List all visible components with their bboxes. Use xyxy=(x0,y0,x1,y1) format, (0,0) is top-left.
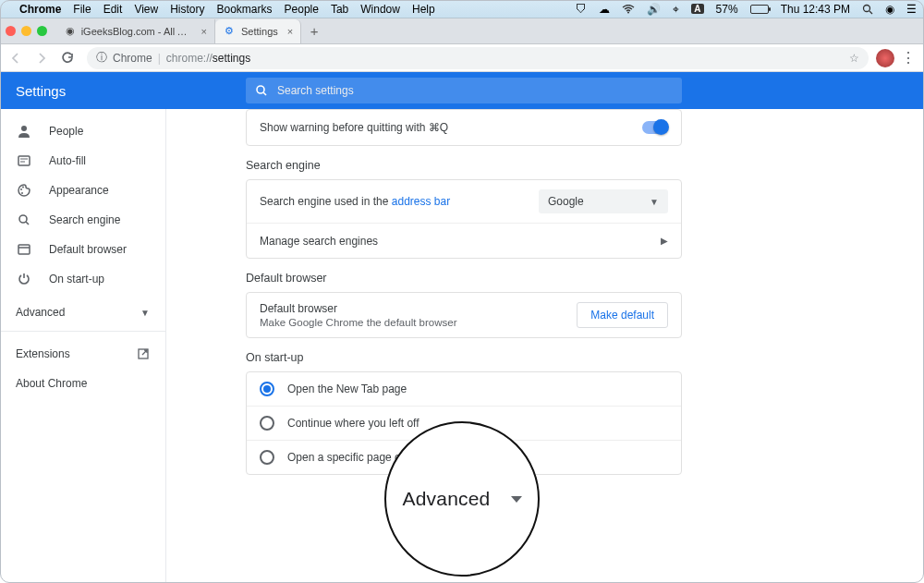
startup-option-newtab[interactable]: Open the New Tab page xyxy=(247,372,681,406)
bookmark-star-icon[interactable]: ☆ xyxy=(849,52,859,65)
clock[interactable]: Thu 12:43 PM xyxy=(781,3,850,16)
startup-option-label: Continue where you left off xyxy=(287,417,419,430)
sidebar-label: People xyxy=(49,125,83,138)
svg-point-5 xyxy=(21,126,27,131)
svg-point-12 xyxy=(19,215,27,223)
search-placeholder: Search settings xyxy=(277,84,354,97)
omnibox-host: Chrome xyxy=(113,52,152,65)
close-tab-icon[interactable]: × xyxy=(287,26,293,37)
sidebar-extensions[interactable]: Extensions xyxy=(0,339,165,369)
menu-people[interactable]: People xyxy=(285,3,319,16)
sidebar-about-chrome[interactable]: About Chrome xyxy=(0,369,165,398)
notification-center-icon[interactable]: ☰ xyxy=(906,3,917,16)
tab-title: Settings xyxy=(241,26,278,37)
manage-search-engines-label: Manage search engines xyxy=(260,235,378,248)
tab-strip: ◉ iGeeksBlog.com - All About iPho × ⚙ Se… xyxy=(0,18,924,44)
sidebar-item-on-startup[interactable]: On start-up xyxy=(0,264,165,294)
default-browser-subtext: Make Google Chrome the default browser xyxy=(260,317,457,328)
omnibox[interactable]: ⓘ Chrome | chrome://settings ☆ xyxy=(87,47,869,69)
forward-button[interactable] xyxy=(30,46,54,70)
input-source-icon[interactable]: A xyxy=(691,4,703,14)
chrome-menu-button[interactable]: ⋮ xyxy=(896,46,920,70)
sidebar-item-appearance[interactable]: Appearance xyxy=(0,176,165,205)
menu-tab[interactable]: Tab xyxy=(331,3,348,16)
site-info-icon[interactable]: ⓘ xyxy=(96,50,107,66)
omnibox-url-path: settings xyxy=(213,52,250,65)
siri-icon[interactable]: ◉ xyxy=(885,3,894,16)
warn-quit-card: Show warning before quitting with ⌘Q xyxy=(246,109,682,146)
svg-line-13 xyxy=(26,222,29,225)
sidebar-extensions-label: Extensions xyxy=(16,347,70,360)
svg-point-9 xyxy=(20,188,22,190)
tab-settings[interactable]: ⚙ Settings × xyxy=(215,19,301,43)
power-icon xyxy=(16,272,32,286)
search-icon xyxy=(16,213,32,227)
zoom-window-button[interactable] xyxy=(37,26,47,36)
svg-point-10 xyxy=(22,187,24,188)
make-default-button[interactable]: Make default xyxy=(577,302,668,328)
menu-app[interactable]: Chrome xyxy=(19,3,61,16)
sidebar-label: On start-up xyxy=(49,273,104,285)
menu-bookmarks[interactable]: Bookmarks xyxy=(217,3,273,16)
radio-icon xyxy=(260,450,274,465)
svg-point-11 xyxy=(21,192,23,194)
svg-point-0 xyxy=(627,11,629,13)
tab-title: iGeeksBlog.com - All About iPho xyxy=(81,26,192,37)
favicon-icon: ◉ xyxy=(66,25,76,38)
autofill-icon xyxy=(16,153,32,168)
warn-quit-toggle[interactable] xyxy=(642,121,668,134)
menu-help[interactable]: Help xyxy=(412,3,435,16)
menu-view[interactable]: View xyxy=(134,3,158,16)
sidebar-item-default-browser[interactable]: Default browser xyxy=(0,235,165,264)
profile-avatar[interactable] xyxy=(876,49,894,67)
settings-main: Show warning before quitting with ⌘Q Sea… xyxy=(166,109,924,583)
search-engine-select[interactable]: Google ▼ xyxy=(539,189,668,213)
manage-search-engines-row[interactable]: Manage search engines ▶ xyxy=(247,223,681,258)
sidebar-label: Search engine xyxy=(49,213,120,226)
menu-edit[interactable]: Edit xyxy=(103,3,123,16)
tab-igeeksblog[interactable]: ◉ iGeeksBlog.com - All About iPho × xyxy=(58,19,215,43)
startup-option-label: Open the New Tab page xyxy=(287,383,407,395)
search-icon xyxy=(255,84,268,97)
cloud-icon[interactable]: ☁ xyxy=(599,3,610,16)
menu-history[interactable]: History xyxy=(170,3,204,16)
sidebar-item-autofill[interactable]: Auto-fill xyxy=(0,146,165,176)
battery-icon[interactable] xyxy=(750,5,769,14)
advanced-lens-label[interactable]: Advanced xyxy=(402,488,490,510)
sidebar-item-people[interactable]: People xyxy=(0,116,165,146)
minimize-window-button[interactable] xyxy=(21,26,31,36)
sidebar-advanced[interactable]: Advanced ▼ xyxy=(0,298,165,327)
settings-favicon-icon: ⚙ xyxy=(223,25,236,38)
settings-sidebar: People Auto-fill Appearance Search engin… xyxy=(0,109,166,583)
menu-window[interactable]: Window xyxy=(360,3,400,16)
close-tab-icon[interactable]: × xyxy=(201,26,207,37)
wifi-icon[interactable] xyxy=(622,5,635,14)
svg-rect-14 xyxy=(18,245,30,254)
search-engine-card: Search engine used in the address bar Go… xyxy=(246,179,682,259)
spotlight-icon[interactable] xyxy=(862,4,873,15)
reload-button[interactable] xyxy=(55,46,79,70)
new-tab-button[interactable]: + xyxy=(303,20,325,43)
close-window-button[interactable] xyxy=(6,26,16,36)
address-bar-link[interactable]: address bar xyxy=(392,195,450,208)
settings-search[interactable]: Search settings xyxy=(246,78,682,103)
chevron-down-icon: ▼ xyxy=(650,197,659,207)
bluetooth-icon[interactable]: ⌖ xyxy=(673,3,679,16)
browser-icon xyxy=(16,242,32,257)
search-engine-selected: Google xyxy=(548,195,584,208)
volume-icon[interactable]: 🔊 xyxy=(647,3,661,16)
default-browser-heading: Default browser xyxy=(260,302,457,315)
settings-header: Settings Search settings xyxy=(0,72,924,109)
warn-quit-label: Show warning before quitting with ⌘Q xyxy=(260,121,448,134)
menu-file[interactable]: File xyxy=(73,3,91,16)
svg-point-1 xyxy=(864,5,870,11)
search-engine-row-text: Search engine used in the address bar xyxy=(260,195,450,208)
svg-rect-6 xyxy=(18,156,30,165)
shield-icon[interactable]: ⛉ xyxy=(576,3,587,16)
back-button[interactable] xyxy=(4,46,28,70)
person-icon xyxy=(16,124,32,139)
chevron-down-icon: ▼ xyxy=(140,308,150,318)
chevron-right-icon: ▶ xyxy=(661,236,668,246)
sidebar-item-search-engine[interactable]: Search engine xyxy=(0,205,165,235)
chevron-down-icon xyxy=(511,496,522,503)
